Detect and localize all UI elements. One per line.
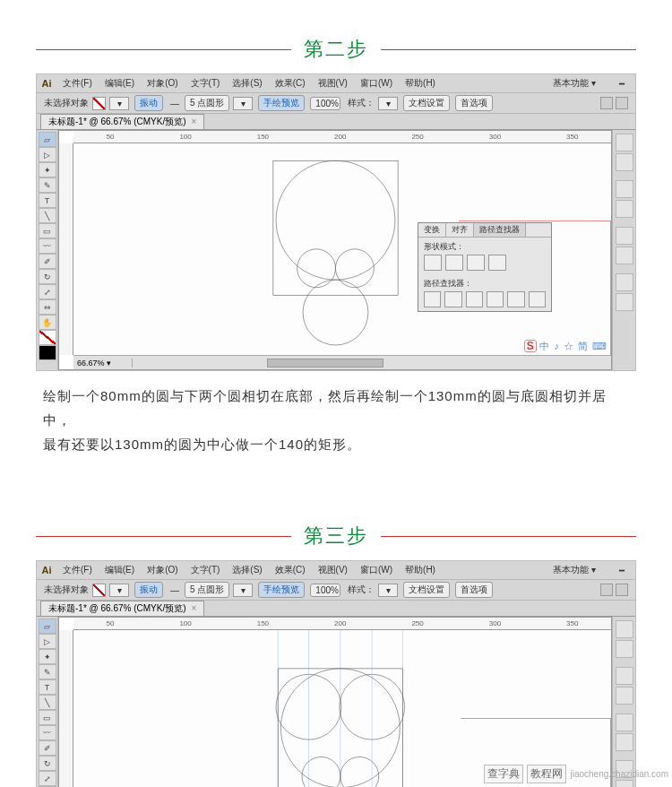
crop-icon[interactable] — [487, 291, 504, 307]
stroke-color-box[interactable]: ▾ — [109, 584, 129, 597]
panel-brushes-icon[interactable] — [616, 227, 633, 245]
rotate-tool-icon[interactable]: ↻ — [39, 269, 56, 284]
stroke-profile-select[interactable]: 振动 — [134, 95, 163, 111]
menu-effect[interactable]: 效果(C) — [269, 77, 312, 90]
panel-layers-icon[interactable] — [616, 273, 633, 291]
divide-icon[interactable] — [424, 291, 441, 307]
ctrl-icon-2[interactable] — [616, 97, 628, 109]
menu-effect[interactable]: 效果(C) — [269, 564, 312, 576]
tab-pathfinder[interactable]: 路径查找器 — [474, 223, 526, 237]
scale-tool-icon[interactable]: ⤢ — [39, 771, 56, 786]
width-tool-icon[interactable]: ⇔ — [39, 299, 56, 315]
direct-select-tool-icon[interactable]: ▷ — [39, 147, 56, 162]
panel-type-icon[interactable] — [616, 293, 633, 311]
menu-view[interactable]: 视图(V) — [312, 77, 354, 90]
panel-color-icon[interactable] — [616, 134, 633, 151]
menu-window[interactable]: 窗口(W) — [354, 564, 399, 576]
menu-view[interactable]: 视图(V) — [312, 564, 354, 576]
trim-icon[interactable] — [444, 291, 461, 307]
workspace-switcher[interactable]: 基本功能 ▾ — [553, 77, 608, 90]
rect-tool-icon[interactable]: ▭ — [39, 223, 56, 238]
close-tab-icon[interactable]: × — [192, 117, 197, 126]
brush-dd[interactable]: ▾ — [233, 97, 253, 110]
workspace-switcher[interactable]: 基本功能 ▾ — [553, 564, 608, 576]
minimize-icon[interactable]: ━ — [608, 79, 635, 89]
menu-edit[interactable]: 编辑(E) — [99, 77, 141, 90]
style-dd[interactable]: ▾ — [378, 584, 398, 597]
panel-swatches-icon[interactable] — [616, 153, 633, 171]
scroll-thumb[interactable] — [267, 359, 383, 368]
brush-tool-icon[interactable]: 〰 — [39, 238, 56, 254]
scale-tool-icon[interactable]: ⤢ — [39, 284, 56, 299]
tab-transform[interactable]: 变换 — [418, 223, 446, 237]
pathfinder-panel[interactable]: 变换 对齐 路径查找器 形状模式： 路径查找器： — [418, 222, 552, 312]
type-tool-icon[interactable]: T — [39, 193, 56, 208]
menu-object[interactable]: 对象(O) — [141, 564, 184, 576]
magic-wand-tool-icon[interactable]: ✦ — [39, 162, 56, 177]
minimize-icon[interactable]: ━ — [608, 566, 635, 575]
hand-tool-icon[interactable]: ✋ — [39, 315, 56, 330]
menu-help[interactable]: 帮助(H) — [399, 77, 442, 90]
opacity-value[interactable]: 100% — [310, 584, 340, 597]
ctrl-icon-2[interactable] — [616, 584, 628, 596]
preferences-button[interactable]: 首选项 — [455, 95, 493, 111]
intersect-icon[interactable] — [467, 255, 485, 271]
menu-help[interactable]: 帮助(H) — [399, 564, 442, 576]
panel-brushes-icon[interactable] — [616, 713, 633, 731]
zoom-level[interactable]: 66.67% ▾ — [73, 359, 133, 368]
fill-none-icon[interactable] — [39, 330, 56, 345]
ctrl-icon-1[interactable] — [600, 97, 613, 109]
type-tool-icon[interactable]: T — [39, 679, 56, 695]
panel-color-icon[interactable] — [616, 620, 633, 638]
menu-window[interactable]: 窗口(W) — [354, 77, 399, 90]
menu-file[interactable]: 文件(F) — [56, 77, 99, 90]
doc-setup-button[interactable]: 文档设置 — [403, 582, 450, 598]
unite-icon[interactable] — [424, 255, 442, 271]
selection-tool-icon[interactable]: ▱ — [39, 132, 56, 147]
close-tab-icon[interactable]: × — [192, 603, 197, 613]
brush-dd[interactable]: ▾ — [233, 584, 253, 597]
exclude-icon[interactable] — [488, 255, 506, 271]
panel-symbols-icon[interactable] — [616, 246, 633, 264]
panel-gradient-icon[interactable] — [616, 200, 633, 218]
document-tab[interactable]: 未标题-1* @ 66.67% (CMYK/预览)× — [40, 601, 204, 616]
merge-icon[interactable] — [466, 291, 483, 307]
doc-setup-button[interactable]: 文档设置 — [403, 95, 450, 111]
direct-select-tool-icon[interactable]: ▷ — [39, 634, 56, 649]
fill-swatch-none[interactable] — [92, 584, 106, 597]
brush-tool-icon[interactable]: 〰 — [39, 725, 56, 740]
panel-gradient-icon[interactable] — [616, 687, 633, 705]
outline-icon[interactable] — [507, 291, 524, 307]
stroke-profile-select[interactable]: 振动 — [134, 582, 163, 598]
menu-edit[interactable]: 编辑(E) — [99, 564, 141, 576]
style-dd[interactable]: ▾ — [378, 97, 398, 110]
color-swatch-icon[interactable] — [39, 345, 56, 360]
tab-align[interactable]: 对齐 — [446, 223, 474, 237]
line-tool-icon[interactable]: ╲ — [39, 208, 56, 223]
pencil-tool-icon[interactable]: ✐ — [39, 254, 56, 269]
rotate-tool-icon[interactable]: ↻ — [39, 756, 56, 771]
panel-stroke-icon[interactable] — [616, 667, 633, 685]
rect-tool-icon[interactable]: ▭ — [39, 710, 56, 725]
menu-type[interactable]: 文字(T) — [185, 564, 227, 576]
canvas[interactable]: 50 100 150 200 250 300 350 — [58, 617, 612, 787]
minus-back-icon[interactable] — [529, 291, 546, 307]
pen-tool-icon[interactable]: ✎ — [39, 177, 56, 193]
line-tool-icon[interactable]: ╲ — [39, 695, 56, 710]
preview-mode[interactable]: 手绘预览 — [258, 582, 305, 598]
panel-symbols-icon[interactable] — [616, 733, 633, 751]
menu-file[interactable]: 文件(F) — [56, 564, 99, 576]
stroke-weight[interactable]: 5 点圆形 — [185, 582, 229, 598]
panel-swatches-icon[interactable] — [616, 640, 633, 658]
canvas[interactable]: 50 100 150 200 250 300 350 — [58, 130, 612, 370]
menu-select[interactable]: 选择(S) — [226, 564, 268, 576]
pencil-tool-icon[interactable]: ✐ — [39, 740, 56, 756]
preferences-button[interactable]: 首选项 — [455, 582, 493, 598]
menu-select[interactable]: 选择(S) — [226, 77, 268, 90]
document-tab[interactable]: 未标题-1* @ 66.67% (CMYK/预览)× — [40, 114, 204, 129]
preview-mode[interactable]: 手绘预览 — [258, 95, 305, 111]
fill-swatch-none[interactable] — [92, 97, 106, 110]
panel-stroke-icon[interactable] — [616, 180, 633, 198]
opacity-value[interactable]: 100% — [310, 97, 340, 110]
ctrl-icon-1[interactable] — [600, 584, 613, 596]
